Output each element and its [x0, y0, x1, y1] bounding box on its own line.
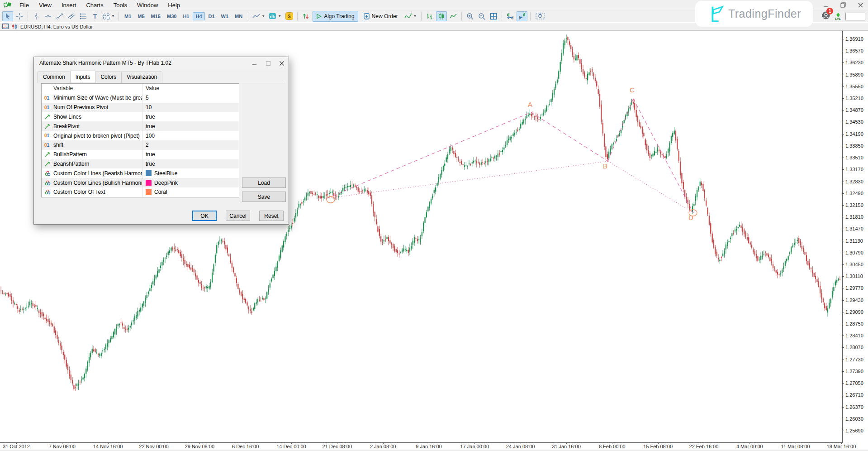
param-value[interactable]: 5: [142, 93, 239, 103]
param-row[interactable]: 01Original pivot to broken pivot (Pipet)…: [42, 131, 239, 140]
dialog-close-button[interactable]: [275, 57, 289, 69]
timeframe-h4[interactable]: H4: [193, 12, 204, 20]
param-value[interactable]: 100: [142, 131, 239, 140]
param-type-color-icon: [42, 171, 53, 176]
param-row[interactable]: Custom Color Of TextCoral: [42, 187, 239, 197]
param-value[interactable]: true: [142, 121, 239, 131]
chart-tab-icon[interactable]: [11, 24, 18, 29]
cursor-tool-icon[interactable]: [2, 11, 13, 21]
param-value[interactable]: true: [142, 159, 239, 169]
load-button[interactable]: Load: [242, 178, 286, 188]
level-progress-bar: [845, 13, 865, 20]
timeframe-m30[interactable]: M30: [164, 12, 179, 20]
trendline-tool-icon[interactable]: [54, 11, 65, 21]
param-value[interactable]: true: [142, 112, 239, 122]
bar-chart-mode-icon[interactable]: [424, 11, 435, 21]
menu-window[interactable]: Window: [132, 1, 163, 10]
auto-scroll-icon[interactable]: [505, 11, 516, 21]
param-row[interactable]: 01Num Of Previous Pivot10: [42, 103, 239, 112]
menu-file[interactable]: File: [14, 1, 34, 10]
reset-button[interactable]: Reset: [259, 211, 284, 221]
param-row[interactable]: Custom Color Lines (Bearish Harmonic)Ste…: [42, 168, 239, 178]
timeframe-h1[interactable]: H1: [180, 12, 192, 20]
menu-charts[interactable]: Charts: [81, 1, 108, 10]
timeframe-m5[interactable]: M5: [135, 12, 147, 20]
price-label: 1.27050: [845, 380, 863, 386]
zoom-out-icon[interactable]: [476, 11, 487, 21]
save-button[interactable]: Save: [242, 192, 286, 202]
timeframe-m1[interactable]: M1: [122, 12, 134, 20]
menu-insert[interactable]: Insert: [57, 1, 81, 10]
dialog-maximize-button[interactable]: [261, 57, 275, 69]
window-restore-button[interactable]: [838, 1, 848, 9]
cancel-button[interactable]: Cancel: [226, 211, 250, 221]
price-label: 1.27730: [845, 357, 863, 362]
line-chart-mode-icon[interactable]: [448, 11, 459, 21]
dialog-tab-common[interactable]: Common: [38, 72, 71, 83]
timeframe-m15[interactable]: M15: [148, 12, 163, 20]
price-label: 1.33510: [845, 155, 863, 160]
indicator-wizard-icon[interactable]: ▼: [403, 11, 418, 21]
param-row[interactable]: Custom Color Lines (Bullish Harmonic)Dee…: [42, 178, 239, 187]
vertical-line-tool-icon[interactable]: [31, 11, 42, 21]
candlestick-mode-icon[interactable]: [436, 11, 447, 21]
chart-template-icon[interactable]: ▼: [251, 11, 266, 21]
param-type-bool-icon: [42, 114, 53, 120]
depth-tab-icon[interactable]: [2, 24, 9, 29]
depth-of-market-icon[interactable]: [300, 11, 311, 21]
price-label: 1.33850: [845, 143, 863, 149]
zoom-in-icon[interactable]: [465, 11, 475, 21]
timeframe-d1[interactable]: D1: [206, 12, 218, 20]
param-value[interactable]: true: [142, 150, 239, 159]
timeframe-mn[interactable]: MN: [232, 12, 245, 20]
symbols-dollar-icon[interactable]: $: [284, 11, 294, 21]
dialog-tab-visualization[interactable]: Visualization: [121, 72, 162, 83]
param-value[interactable]: DeepPink: [142, 178, 239, 187]
param-value[interactable]: SteelBlue: [142, 168, 239, 178]
svg-text:A: A: [528, 101, 532, 108]
tradingfinder-logo-icon: [707, 5, 724, 24]
param-row[interactable]: Show Linestrue: [42, 112, 239, 122]
channel-tool-icon[interactable]: [66, 11, 77, 21]
text-tool-icon[interactable]: T: [90, 11, 100, 21]
param-row[interactable]: BreakPivottrue: [42, 121, 239, 131]
new-order-button[interactable]: New Order: [360, 11, 402, 22]
param-label: Custom Color Lines (Bullish Harmonic): [53, 180, 142, 186]
menu-help[interactable]: Help: [163, 1, 185, 10]
indicators-icon[interactable]: ▼: [267, 11, 283, 21]
dialog-tab-inputs[interactable]: Inputs: [70, 71, 96, 82]
color-swatch: [146, 189, 152, 195]
param-row[interactable]: BullishPatterntrue: [42, 150, 239, 159]
dialog-title-bar[interactable]: Alternate Shark Harmonic Pattern MT5 - B…: [34, 57, 289, 69]
horizontal-line-tool-icon[interactable]: [43, 11, 53, 21]
tile-windows-icon[interactable]: [488, 11, 499, 21]
param-row[interactable]: 01Minimum Size of Wave (Must be great...…: [42, 93, 239, 103]
dialog-tab-colors[interactable]: Colors: [95, 72, 122, 83]
price-axis[interactable]: 1.369101.365701.362301.358901.355501.352…: [842, 31, 868, 442]
param-value[interactable]: 2: [142, 140, 239, 150]
ok-button[interactable]: OK: [192, 211, 217, 221]
menu-tools[interactable]: Tools: [109, 1, 132, 10]
param-row[interactable]: BearishPatterntrue: [42, 159, 239, 169]
date-label: 31 Jan 16:00: [552, 444, 581, 449]
price-label: 1.26370: [845, 404, 863, 410]
chart-tab-title[interactable]: EURUSD, H4: Euro vs US Dollar: [20, 24, 93, 29]
param-value[interactable]: Coral: [142, 187, 239, 197]
param-label: Custom Color Lines (Bearish Harmonic): [53, 170, 142, 177]
price-label: 1.31470: [845, 226, 863, 231]
menu-view[interactable]: View: [34, 1, 57, 10]
window-close-button[interactable]: [855, 1, 865, 9]
community-bell[interactable]: 1: [821, 11, 830, 22]
crosshair-tool-icon[interactable]: [14, 11, 25, 21]
algo-trading-button[interactable]: Algo Trading: [313, 11, 358, 22]
param-row[interactable]: 01shift2: [42, 140, 239, 150]
date-label: 22 Feb 16:00: [689, 444, 719, 449]
timeframe-w1[interactable]: W1: [218, 12, 232, 20]
dialog-minimize-button[interactable]: [248, 57, 261, 69]
chart-shift-icon[interactable]: [517, 11, 527, 21]
price-label: 1.29430: [845, 297, 863, 303]
screenshot-icon[interactable]: [533, 11, 547, 21]
equidistant-lines-tool-icon[interactable]: [78, 11, 89, 21]
shapes-tool-icon[interactable]: ▼: [101, 11, 116, 21]
param-value[interactable]: 10: [142, 103, 239, 112]
